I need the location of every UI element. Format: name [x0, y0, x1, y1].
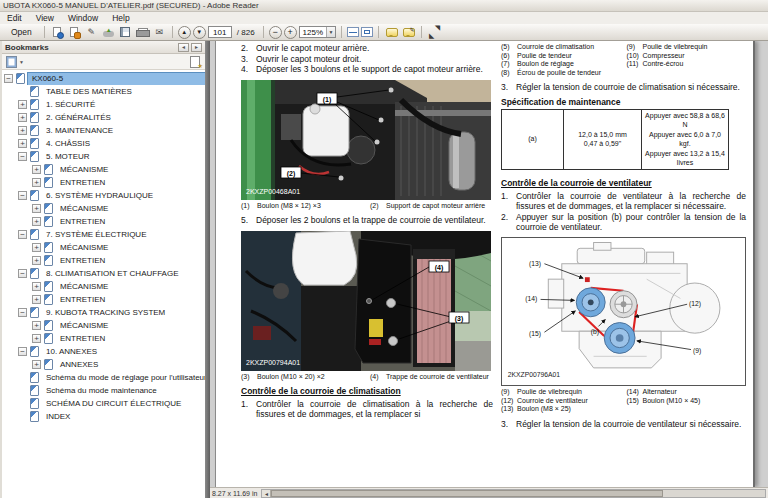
bookmark-label[interactable]: 3. MAINTENANCE [42, 125, 117, 137]
bookmark-item[interactable]: + ENTRETIEN [2, 293, 205, 306]
bookmark-label[interactable]: 8. CLIMATISATION ET CHAUFFAGE [42, 268, 182, 280]
bookmark-item[interactable]: SCHÉMA DU CIRCUIT ÉLECTRIQUE [2, 397, 205, 410]
zoom-in-button[interactable]: + [284, 26, 297, 39]
bookmark-item[interactable]: + ENTRETIEN [2, 215, 205, 228]
bookmark-label[interactable]: 10. ANNEXES [42, 346, 101, 358]
expand-toggle-icon[interactable]: + [32, 256, 41, 265]
bookmark-label[interactable]: 5. MOTEUR [42, 151, 94, 163]
bookmark-item[interactable]: + 4. CHÂSSIS [2, 137, 205, 150]
bookmark-item[interactable]: − 6. SYSTÈME HYDRAULIQUE [2, 189, 205, 202]
horizontal-scrollbar[interactable]: ◄ [261, 489, 766, 498]
fit-width-button[interactable] [347, 27, 359, 37]
bookmark-item[interactable]: − 7. SYSTÈME ÉLECTRIQUE [2, 228, 205, 241]
bookmark-item[interactable]: Schéma du mode de réglage pour l'utilisa… [2, 371, 205, 384]
expand-toggle-icon[interactable]: + [32, 360, 41, 369]
bookmark-item[interactable]: + MÉCANISME [2, 241, 205, 254]
bookmark-item[interactable]: + ENTRETIEN [2, 254, 205, 267]
menu-view[interactable]: View [29, 12, 61, 24]
zoom-level-select[interactable]: 125% ▼ [299, 26, 336, 38]
bookmark-label[interactable]: ENTRETIEN [56, 333, 109, 345]
bookmark-item[interactable]: + 3. MAINTENANCE [2, 124, 205, 137]
bookmark-label[interactable]: MÉCANISME [56, 203, 112, 215]
collapse-toggle-icon[interactable]: − [18, 347, 27, 356]
document-view[interactable]: 2.Ouvrir le capot moteur arrière. 3.Ouvr… [210, 41, 768, 487]
review-button[interactable]: ✎ [401, 26, 416, 39]
bookmark-label[interactable]: 4. CHÂSSIS [42, 138, 94, 150]
chevron-down-icon[interactable]: ▼ [326, 27, 335, 37]
expand-toggle-icon[interactable]: + [18, 126, 27, 135]
expand-toggle-icon[interactable]: + [32, 204, 41, 213]
expand-toggle-icon[interactable]: + [32, 321, 41, 330]
bookmark-item[interactable]: TABLE DES MATIÈRES [2, 85, 205, 98]
bookmark-item[interactable]: − 8. CLIMATISATION ET CHAUFFAGE [2, 267, 205, 280]
comment-button[interactable] [384, 26, 399, 39]
bookmark-label[interactable]: 1. SÉCURITÉ [42, 99, 99, 111]
save-button[interactable] [118, 26, 133, 39]
expand-toggle-icon[interactable]: + [32, 295, 41, 304]
bookmark-item[interactable]: Schéma du mode maintenance [2, 384, 205, 397]
bookmark-item[interactable]: INDEX [2, 410, 205, 423]
bookmark-label[interactable]: SCHÉMA DU CIRCUIT ÉLECTRIQUE [42, 398, 185, 410]
expand-toggle-icon[interactable]: + [32, 282, 41, 291]
expand-toggle-icon[interactable]: + [32, 165, 41, 174]
bookmark-label[interactable]: Schéma du mode de réglage pour l'utilisa… [42, 372, 205, 384]
bookmark-options-button[interactable]: ▼ [6, 56, 24, 67]
bookmark-label[interactable]: 9. KUBOTA TRACKING SYSTEM [42, 307, 169, 319]
collapse-toggle-icon[interactable]: − [18, 308, 27, 317]
bookmark-label[interactable]: ENTRETIEN [56, 216, 109, 228]
bookmark-item[interactable]: − 10. ANNEXES [2, 345, 205, 358]
bookmark-label[interactable]: ENTRETIEN [56, 177, 109, 189]
bookmark-item[interactable]: + MÉCANISME [2, 202, 205, 215]
bookmark-item[interactable]: + MÉCANISME [2, 280, 205, 293]
fullscreen-button[interactable] [427, 26, 442, 39]
bookmark-item[interactable]: + MÉCANISME [2, 163, 205, 176]
bookmark-label[interactable]: MÉCANISME [56, 281, 112, 293]
expand-toggle-icon[interactable]: + [18, 139, 27, 148]
next-page-button[interactable]: ▼ [193, 26, 206, 39]
panel-expand-button[interactable]: ► [191, 43, 202, 52]
collapse-toggle-icon[interactable]: − [18, 230, 27, 239]
bookmark-label[interactable]: KX060-5 [28, 73, 205, 85]
bookmark-label[interactable]: 2. GÉNÉRALITÉS [42, 112, 115, 124]
expand-toggle-icon[interactable]: + [32, 217, 41, 226]
menu-help[interactable]: Help [105, 12, 136, 24]
collapse-toggle-icon[interactable]: − [18, 152, 27, 161]
previous-page-button[interactable]: ▲ [178, 26, 191, 39]
bookmark-label[interactable]: ENTRETIEN [56, 294, 109, 306]
bookmark-label[interactable]: MÉCANISME [56, 164, 112, 176]
zoom-out-button[interactable]: − [269, 26, 282, 39]
expand-toggle-icon[interactable]: + [32, 243, 41, 252]
collapse-toggle-icon[interactable]: − [18, 269, 27, 278]
bookmark-label[interactable]: TABLE DES MATIÈRES [42, 86, 136, 98]
bookmark-label[interactable]: MÉCANISME [56, 320, 112, 332]
bookmark-label[interactable]: MÉCANISME [56, 242, 112, 254]
bookmark-label[interactable]: INDEX [42, 411, 74, 423]
page-number-input[interactable]: 101 [208, 26, 232, 38]
collapse-toggle-icon[interactable]: − [4, 74, 13, 83]
bookmark-label[interactable]: ENTRETIEN [56, 255, 109, 267]
bookmark-item[interactable]: − KX060-5 [2, 72, 205, 85]
bookmark-item[interactable]: + 1. SÉCURITÉ [2, 98, 205, 111]
bookmark-item[interactable]: + ANNEXES [2, 358, 205, 371]
print-button[interactable] [135, 26, 150, 39]
bookmark-item[interactable]: + ENTRETIEN [2, 332, 205, 345]
expand-toggle-icon[interactable]: + [18, 100, 27, 109]
expand-toggle-icon[interactable]: + [32, 334, 41, 343]
menu-window[interactable]: Window [61, 12, 105, 24]
bookmark-label[interactable]: 7. SYSTÈME ÉLECTRIQUE [42, 229, 150, 241]
send-file-button[interactable] [50, 26, 65, 39]
expand-toggle-icon[interactable]: + [32, 178, 41, 187]
scrollbar-thumb[interactable] [271, 490, 663, 497]
bookmark-label[interactable]: ANNEXES [56, 359, 102, 371]
sign-button[interactable]: ✎ [84, 26, 99, 39]
bookmark-item[interactable]: + ENTRETIEN [2, 176, 205, 189]
scroll-left-icon[interactable]: ◄ [262, 490, 271, 497]
bookmark-label[interactable]: 6. SYSTÈME HYDRAULIQUE [42, 190, 157, 202]
bookmark-item[interactable]: + 2. GÉNÉRALITÉS [2, 111, 205, 124]
bookmark-item[interactable]: + MÉCANISME [2, 319, 205, 332]
export-pdf-button[interactable] [67, 26, 82, 39]
collapse-toggle-icon[interactable]: − [18, 191, 27, 200]
bookmark-label[interactable]: Schéma du mode maintenance [42, 385, 161, 397]
bookmark-item[interactable]: − 5. MOTEUR [2, 150, 205, 163]
email-button[interactable]: ✉ [152, 26, 167, 39]
